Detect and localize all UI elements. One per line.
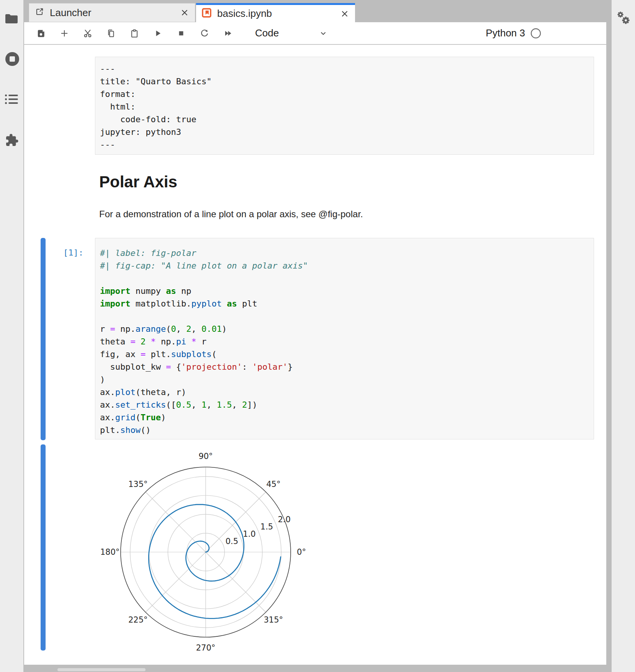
svg-text:225°: 225°	[128, 615, 148, 624]
svg-text:1.5: 1.5	[260, 522, 273, 531]
polar-plot-output: 0°45°90°135°180°225°270°315°0.51.01.52.0	[92, 443, 318, 657]
property-inspector-gears-icon[interactable]	[615, 10, 632, 28]
svg-text:1.0: 1.0	[243, 529, 255, 539]
kernel-name: Python 3	[486, 27, 525, 39]
svg-text:2.0: 2.0	[278, 515, 290, 524]
output-collapser[interactable]	[41, 444, 46, 651]
svg-text:180°: 180°	[100, 547, 120, 557]
notebook-icon	[201, 8, 212, 20]
notebook-toolbar: Code Python 3	[24, 22, 606, 45]
save-icon	[36, 28, 46, 38]
cell-type-dropdown[interactable]: Code	[255, 27, 328, 39]
svg-text:135°: 135°	[128, 480, 148, 489]
tab-launcher[interactable]: Launcher	[29, 3, 195, 22]
svg-text:0°: 0°	[297, 547, 306, 557]
interrupt-kernel-button[interactable]	[176, 28, 187, 39]
markdown-heading: Polar Axis	[99, 172, 177, 192]
fast-forward-icon	[223, 28, 233, 38]
svg-text:315°: 315°	[263, 615, 283, 624]
svg-text:0.5: 0.5	[226, 537, 238, 546]
input-collapser[interactable]	[41, 238, 46, 440]
cut-cells-button[interactable]	[82, 28, 93, 39]
plus-icon	[59, 28, 69, 38]
save-button[interactable]	[36, 28, 46, 39]
tab-bar: Launcher basics.ipynb	[24, 3, 606, 22]
svg-text:90°: 90°	[198, 452, 213, 461]
horizontal-scrollbar-thumb[interactable]	[57, 668, 146, 671]
code-cell-editor[interactable]: #| label: fig-polar#| fig-cap: "A line p…	[95, 238, 594, 439]
chevron-down-icon	[319, 29, 328, 38]
left-activity-bar	[0, 0, 24, 672]
copy-cells-button[interactable]	[106, 28, 116, 39]
insert-cell-button[interactable]	[59, 28, 70, 39]
copy-icon	[106, 28, 116, 38]
close-icon[interactable]	[340, 9, 350, 19]
close-icon[interactable]	[180, 8, 190, 18]
cell-type-value: Code	[255, 27, 279, 39]
launcher-icon	[34, 7, 44, 18]
tab-basics-label: basics.ipynb	[217, 8, 272, 20]
right-activity-bar	[611, 0, 635, 672]
restart-run-all-button[interactable]	[223, 28, 233, 39]
raw-cell-editor[interactable]: ---title: "Quarto Basics"format: html: c…	[95, 57, 594, 155]
svg-text:270°: 270°	[196, 643, 216, 652]
stop-icon	[176, 28, 186, 38]
markdown-paragraph: For a demonstration of a line plot on a …	[99, 209, 363, 220]
running-sessions-icon[interactable]	[5, 51, 20, 68]
tab-launcher-label: Launcher	[50, 7, 91, 19]
kernel-idle-circle-icon	[530, 28, 541, 39]
folder-icon[interactable]	[5, 13, 18, 26]
execution-count-prompt: [1]:	[45, 246, 83, 259]
polar-chart: 0°45°90°135°180°225°270°315°0.51.01.52.0	[92, 443, 318, 657]
refresh-icon	[200, 28, 209, 38]
clipboard-icon	[129, 28, 139, 38]
extensions-puzzle-icon[interactable]	[5, 133, 19, 149]
kernel-indicator[interactable]: Python 3	[486, 27, 541, 39]
main-dock-panel: Launcher basics.ipynb	[24, 3, 606, 665]
restart-kernel-button[interactable]	[199, 28, 210, 39]
table-of-contents-icon[interactable]	[5, 94, 18, 106]
play-icon	[153, 28, 163, 38]
tab-basics-ipynb[interactable]: basics.ipynb	[196, 3, 355, 22]
notebook-scroll-area: ---title: "Quarto Basics"format: html: c…	[24, 45, 606, 665]
run-cell-button[interactable]	[152, 28, 163, 39]
svg-text:45°: 45°	[266, 480, 280, 489]
paste-cells-button[interactable]	[129, 28, 140, 39]
scissors-icon	[83, 28, 93, 38]
